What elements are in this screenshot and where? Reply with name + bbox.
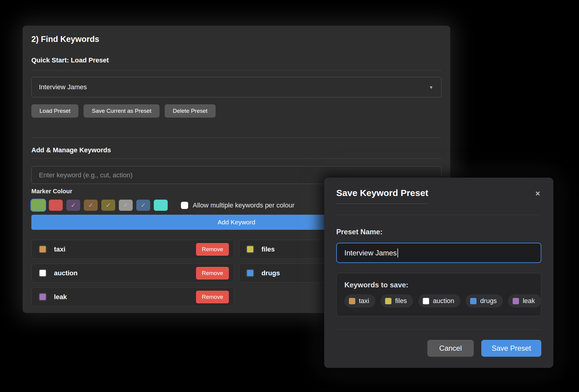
preset-select-value: Interview James xyxy=(39,83,87,91)
divider xyxy=(31,138,441,138)
colour-swatch-red[interactable] xyxy=(49,200,63,211)
keyword-chip-drugs: drugs xyxy=(466,294,503,308)
check-icon: ✓ xyxy=(88,202,93,209)
colour-swatches: ✓✓✓✓✓ xyxy=(31,200,168,211)
delete-preset-button[interactable]: Delete Preset xyxy=(165,104,216,118)
colour-swatch-olive[interactable]: ✓ xyxy=(101,200,115,211)
allow-multiple-label: Allow multiple keywords per colour xyxy=(193,201,294,209)
divider xyxy=(336,329,541,330)
text-cursor xyxy=(397,248,398,258)
colour-swatch-brown[interactable]: ✓ xyxy=(84,200,98,211)
close-icon[interactable]: × xyxy=(535,190,540,198)
keyword-row-auction: auctionRemove xyxy=(31,264,234,283)
cancel-button[interactable]: Cancel xyxy=(427,340,474,357)
preset-actions: Load Preset Save Current as Preset Delet… xyxy=(31,104,441,118)
divider xyxy=(31,70,441,71)
keyword-chip-leak: leak xyxy=(508,294,541,308)
preset-name-label: Preset Name: xyxy=(336,227,541,236)
chip-label: drugs xyxy=(480,297,497,305)
colour-swatch-grey[interactable]: ✓ xyxy=(119,200,133,211)
chip-colour-swatch xyxy=(470,298,476,304)
check-icon: ✓ xyxy=(123,202,128,209)
divider xyxy=(31,158,441,159)
keyword-colour-swatch xyxy=(39,269,47,277)
chip-colour-swatch xyxy=(513,298,519,304)
colour-swatch-steel-blue[interactable]: ✓ xyxy=(136,200,150,211)
modal-title: Save Keyword Preset xyxy=(336,188,428,204)
modal-footer: Cancel Save Preset xyxy=(336,340,541,357)
manage-keywords-heading: Add & Manage Keywords xyxy=(31,146,441,154)
colour-swatch-turquoise[interactable] xyxy=(154,200,168,211)
keyword-chip-auction: auction xyxy=(418,294,460,308)
keyword-label: leak xyxy=(54,293,67,301)
keyword-chip-taxi: taxi xyxy=(344,294,375,308)
preset-name-input[interactable]: Interview James xyxy=(336,243,541,263)
keyword-label: drugs xyxy=(261,269,280,277)
chip-label: taxi xyxy=(359,297,369,305)
preset-name-value: Interview James xyxy=(344,249,397,257)
save-current-as-preset-button[interactable]: Save Current as Preset xyxy=(84,104,159,118)
allow-multiple-checkbox[interactable] xyxy=(181,202,188,209)
check-icon: ✓ xyxy=(71,202,76,209)
preset-select[interactable]: Interview James ▼ xyxy=(31,77,441,97)
keywords-to-save-heading: Keywords to save: xyxy=(344,280,533,289)
chip-label: files xyxy=(395,297,407,305)
keyword-label: taxi xyxy=(54,245,65,253)
chip-label: auction xyxy=(433,297,454,305)
colour-swatch-green[interactable] xyxy=(31,200,45,211)
divider xyxy=(336,215,541,215)
remove-keyword-button[interactable]: Remove xyxy=(196,243,229,256)
keyword-label: files xyxy=(261,245,275,253)
chip-colour-swatch xyxy=(349,298,355,304)
check-icon: ✓ xyxy=(106,202,111,209)
chip-colour-swatch xyxy=(423,298,429,304)
load-preset-button[interactable]: Load Preset xyxy=(31,104,78,118)
keyword-row-leak: leakRemove xyxy=(31,287,234,306)
chip-colour-swatch xyxy=(385,298,391,304)
keyword-colour-swatch xyxy=(246,245,254,253)
chevron-down-icon: ▼ xyxy=(429,85,433,90)
chip-label: leak xyxy=(523,297,535,305)
keyword-label: auction xyxy=(54,269,78,277)
keyword-colour-swatch xyxy=(246,269,254,277)
remove-keyword-button[interactable]: Remove xyxy=(196,291,229,303)
keyword-row-taxi: taxiRemove xyxy=(31,240,234,259)
save-keyword-preset-modal: Save Keyword Preset × Preset Name: Inter… xyxy=(324,178,553,368)
save-preset-button[interactable]: Save Preset xyxy=(481,340,541,357)
keyword-colour-swatch xyxy=(39,293,47,301)
keywords-to-save-box: Keywords to save: taxifilesauctiondrugsl… xyxy=(336,273,541,316)
keyword-chips: taxifilesauctiondrugsleak xyxy=(344,294,533,308)
check-icon: ✓ xyxy=(141,202,146,209)
colour-swatch-purple[interactable]: ✓ xyxy=(66,200,80,211)
keyword-colour-swatch xyxy=(39,245,47,253)
panel-title: 2) Find Keywords xyxy=(31,34,441,44)
remove-keyword-button[interactable]: Remove xyxy=(196,267,229,280)
quick-start-heading: Quick Start: Load Preset xyxy=(31,56,441,64)
keyword-chip-files: files xyxy=(381,294,413,308)
